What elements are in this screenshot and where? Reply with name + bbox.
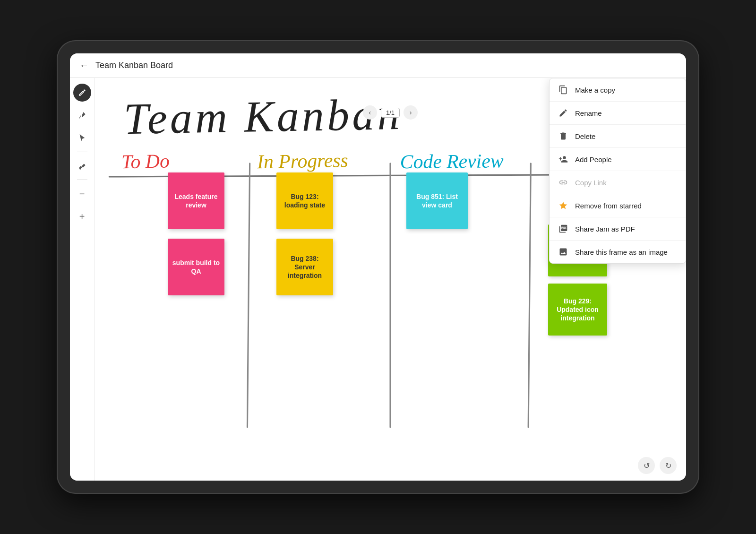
sticky-note-bug123[interactable]: Bug 123: loading state bbox=[276, 172, 333, 229]
tablet-frame: ← Team Kanban Board › bbox=[57, 40, 699, 494]
pen-tool[interactable] bbox=[73, 84, 91, 102]
undo-button[interactable]: ↺ bbox=[638, 457, 655, 474]
menu-item-remove-starred[interactable]: Remove from starred bbox=[550, 194, 686, 217]
sticky-note-leads[interactable]: Leads feature review bbox=[168, 172, 224, 229]
make-copy-label: Make a copy bbox=[575, 86, 615, 94]
remove-starred-label: Remove from starred bbox=[575, 202, 642, 210]
svg-line-7 bbox=[528, 164, 531, 427]
sticky-note-submit[interactable]: submit build to QA bbox=[168, 239, 224, 295]
menu-item-make-copy[interactable]: Make a copy bbox=[550, 78, 686, 102]
link-icon bbox=[558, 177, 568, 188]
svg-text:Team Kanban: Team Kanban bbox=[123, 89, 403, 143]
zoom-in-button[interactable]: + bbox=[73, 207, 91, 225]
svg-text:In Progress: In Progress bbox=[257, 149, 349, 172]
highlighter-tool[interactable] bbox=[73, 157, 91, 175]
rename-label: Rename bbox=[575, 109, 602, 117]
menu-item-rename[interactable]: Rename bbox=[550, 102, 686, 125]
toolbar-divider2 bbox=[77, 180, 87, 180]
main-area: › − + bbox=[70, 78, 686, 481]
image-icon bbox=[558, 247, 568, 257]
zoom-out-button[interactable]: − bbox=[73, 185, 91, 203]
menu-item-share-image[interactable]: Share this frame as an image bbox=[550, 241, 686, 263]
toolbar: › − + bbox=[70, 78, 94, 481]
back-button[interactable]: ← bbox=[79, 60, 89, 71]
add-people-icon bbox=[558, 154, 568, 164]
sticky-note-bug229[interactable]: Bug 229: Updated icon integration bbox=[548, 284, 607, 336]
page-number: 1/1 bbox=[381, 108, 400, 118]
menu-item-add-people[interactable]: Add People bbox=[550, 148, 686, 171]
copy-link-label: Copy Link bbox=[575, 179, 607, 187]
page-prev-button[interactable]: ‹ bbox=[363, 105, 377, 120]
redo-button[interactable]: ↻ bbox=[660, 457, 677, 474]
tablet-screen: ← Team Kanban Board › bbox=[70, 53, 686, 481]
pdf-icon bbox=[558, 224, 568, 234]
delete-icon bbox=[558, 131, 568, 141]
svg-text:Code Review: Code Review bbox=[400, 150, 504, 172]
toolbar-divider bbox=[77, 152, 87, 152]
menu-item-share-pdf[interactable]: Share Jam as PDF bbox=[550, 217, 686, 241]
svg-line-5 bbox=[247, 164, 249, 427]
share-image-label: Share this frame as an image bbox=[575, 248, 668, 256]
add-people-label: Add People bbox=[575, 155, 612, 164]
delete-label: Delete bbox=[575, 132, 595, 140]
header: ← Team Kanban Board bbox=[70, 53, 686, 78]
eraser-tool[interactable]: › bbox=[73, 106, 91, 124]
page-indicator: ‹ 1/1 › bbox=[363, 105, 418, 120]
sticky-note-bug851[interactable]: Bug 851: List view card bbox=[406, 172, 468, 229]
star-icon bbox=[558, 200, 568, 211]
menu-item-copy-link: Copy Link bbox=[550, 171, 686, 194]
context-menu: Make a copy Rename bbox=[549, 78, 686, 264]
select-tool[interactable] bbox=[73, 129, 91, 147]
header-title: Team Kanban Board bbox=[95, 60, 173, 70]
svg-text:To Do: To Do bbox=[121, 150, 170, 172]
bottom-nav: ↺ ↻ bbox=[638, 457, 677, 474]
canvas-area: Team Kanban To Do In Progress Code Revie… bbox=[94, 78, 686, 481]
page-next-button[interactable]: › bbox=[404, 105, 418, 120]
sticky-note-bug238[interactable]: Bug 238: Server integration bbox=[276, 239, 333, 295]
copy-icon bbox=[558, 85, 568, 95]
share-pdf-label: Share Jam as PDF bbox=[575, 225, 635, 233]
menu-item-delete[interactable]: Delete bbox=[550, 125, 686, 148]
rename-icon bbox=[558, 108, 568, 118]
